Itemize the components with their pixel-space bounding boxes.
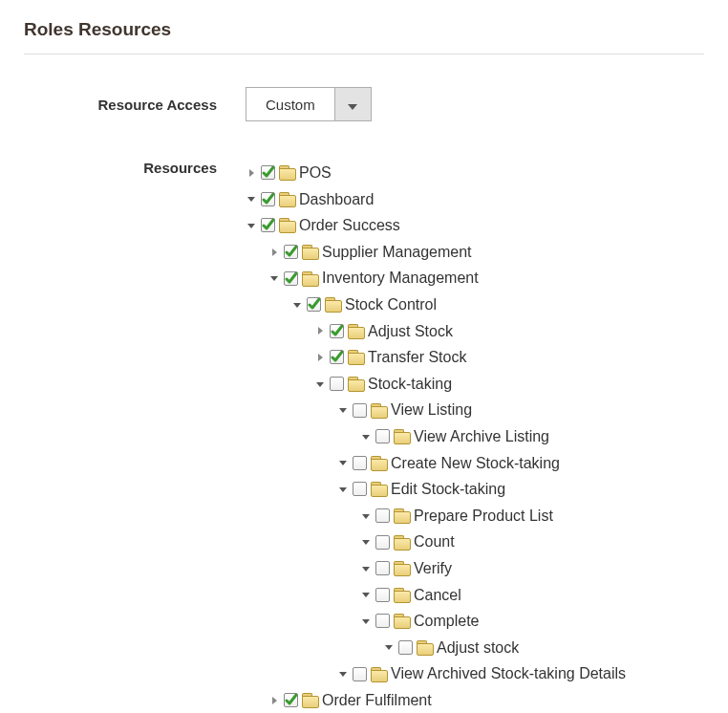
tree-row-cancel: Cancel xyxy=(360,582,626,609)
folder-icon xyxy=(302,245,318,259)
tree-label-stock-control[interactable]: Stock Control xyxy=(345,292,437,317)
checkbox-order-fulfilment[interactable] xyxy=(284,693,298,707)
tree-label-order-fulfilment[interactable]: Order Fulfilment xyxy=(322,688,432,713)
collapse-icon[interactable] xyxy=(360,431,372,443)
resource-access-select[interactable]: Custom xyxy=(246,87,372,121)
checkbox-stock-taking[interactable] xyxy=(330,377,344,391)
folder-icon xyxy=(417,640,433,655)
collapse-icon[interactable] xyxy=(314,378,326,390)
tree-node-dashboard: Dashboard xyxy=(246,186,626,213)
collapse-icon[interactable] xyxy=(246,193,257,205)
collapse-icon[interactable] xyxy=(360,616,372,627)
collapse-icon[interactable] xyxy=(268,272,280,284)
folder-icon xyxy=(325,297,341,312)
tree-label-cancel[interactable]: Cancel xyxy=(414,583,461,608)
tree-label-adjust-stock[interactable]: Adjust Stock xyxy=(368,319,453,344)
checkbox-cancel[interactable] xyxy=(375,588,390,602)
checkbox-supplier-mgmt[interactable] xyxy=(284,245,298,259)
tree-label-pos[interactable]: POS xyxy=(299,161,332,185)
collapse-icon[interactable] xyxy=(360,563,372,574)
resource-access-dropdown-btn[interactable] xyxy=(334,88,371,120)
checkbox-adjust-stock-2[interactable] xyxy=(398,640,413,655)
tree-node-supplier-mgmt: Supplier Management xyxy=(268,239,626,266)
checkbox-view-archived-details[interactable] xyxy=(353,667,367,681)
tree-label-complete[interactable]: Complete xyxy=(414,609,479,634)
tree-node-order-success: Order SuccessSupplier ManagementInventor… xyxy=(246,212,626,713)
tree-node-view-archived-details: View Archived Stock-taking Details xyxy=(337,660,626,687)
tree-label-prepare-product-list[interactable]: Prepare Product List xyxy=(414,504,553,529)
checkbox-count[interactable] xyxy=(375,535,390,550)
tree-node-inventory-mgmt: Inventory ManagementStock ControlAdjust … xyxy=(268,265,626,687)
checkbox-adjust-stock[interactable] xyxy=(330,324,344,338)
tree-row-edit-stocktaking: Edit Stock-taking xyxy=(337,476,626,503)
collapse-icon[interactable] xyxy=(246,220,257,231)
folder-icon xyxy=(371,482,387,496)
tree-node-order-fulfilment: Order Fulfilment xyxy=(268,687,626,713)
tree-label-edit-stocktaking[interactable]: Edit Stock-taking xyxy=(391,477,505,502)
tree-row-transfer-stock: Transfer Stock xyxy=(314,344,626,371)
expand-icon[interactable] xyxy=(268,695,280,706)
checkbox-complete[interactable] xyxy=(375,614,390,628)
expand-icon[interactable] xyxy=(268,247,280,258)
folder-icon xyxy=(302,693,318,707)
collapse-icon[interactable] xyxy=(337,404,349,416)
folder-icon xyxy=(348,324,364,338)
tree-label-view-archived-details[interactable]: View Archived Stock-taking Details xyxy=(391,661,626,686)
tree-row-prepare-product-list: Prepare Product List xyxy=(360,503,626,529)
tree-row-view-archived-details: View Archived Stock-taking Details xyxy=(337,660,626,687)
collapse-icon[interactable] xyxy=(337,484,349,495)
tree-label-view-listing[interactable]: View Listing xyxy=(391,398,472,422)
tree-node-stock-control: Stock ControlAdjust StockTransfer StockS… xyxy=(291,292,626,687)
checkbox-inventory-mgmt[interactable] xyxy=(284,271,298,286)
checkbox-stock-control[interactable] xyxy=(307,297,321,312)
collapse-icon[interactable] xyxy=(360,589,372,600)
tree-label-adjust-stock-2[interactable]: Adjust stock xyxy=(437,636,519,660)
tree-row-view-archive-listing: View Archive Listing xyxy=(360,423,626,450)
tree-node-count: Count xyxy=(360,529,626,555)
tree-label-inventory-mgmt[interactable]: Inventory Management xyxy=(322,266,479,291)
tree-row-create-new-stocktaking: Create New Stock-taking xyxy=(337,450,626,477)
collapse-icon[interactable] xyxy=(337,668,349,680)
tree-label-verify[interactable]: Verify xyxy=(414,556,452,581)
collapse-icon[interactable] xyxy=(360,510,372,522)
checkbox-prepare-product-list[interactable] xyxy=(375,508,390,523)
collapse-icon[interactable] xyxy=(337,457,349,468)
tree-node-verify: Verify xyxy=(360,555,626,582)
checkbox-verify[interactable] xyxy=(375,561,390,575)
folder-icon xyxy=(279,218,295,232)
tree-label-order-success[interactable]: Order Success xyxy=(299,213,400,238)
tree-row-stock-control: Stock Control xyxy=(291,292,626,318)
expand-icon[interactable] xyxy=(314,352,326,363)
tree-label-supplier-mgmt[interactable]: Supplier Management xyxy=(322,240,472,265)
tree-row-order-success: Order Success xyxy=(246,212,626,239)
checkbox-transfer-stock[interactable] xyxy=(330,350,344,364)
collapse-icon[interactable] xyxy=(383,641,395,653)
folder-icon xyxy=(394,561,410,575)
tree-label-dashboard[interactable]: Dashboard xyxy=(299,187,374,212)
tree-row-dashboard: Dashboard xyxy=(246,186,626,213)
tree-label-transfer-stock[interactable]: Transfer Stock xyxy=(368,345,466,370)
expand-icon[interactable] xyxy=(246,167,257,179)
collapse-icon[interactable] xyxy=(291,299,303,311)
folder-icon xyxy=(394,614,410,628)
checkbox-dashboard[interactable] xyxy=(261,192,275,206)
tree-row-complete: Complete xyxy=(360,608,626,635)
checkbox-edit-stocktaking[interactable] xyxy=(353,482,367,496)
tree-label-view-archive-listing[interactable]: View Archive Listing xyxy=(414,424,549,449)
checkbox-view-listing[interactable] xyxy=(353,403,367,418)
tree-node-view-archive-listing: View Archive Listing xyxy=(360,423,626,450)
checkbox-order-success[interactable] xyxy=(261,218,275,232)
tree-label-create-new-stocktaking[interactable]: Create New Stock-taking xyxy=(391,451,560,476)
expand-icon[interactable] xyxy=(314,325,326,336)
tree-node-prepare-product-list: Prepare Product List xyxy=(360,503,626,529)
tree-label-stock-taking[interactable]: Stock-taking xyxy=(368,372,452,397)
checkbox-view-archive-listing[interactable] xyxy=(375,429,390,443)
collapse-icon[interactable] xyxy=(360,536,372,548)
tree-label-count[interactable]: Count xyxy=(414,529,455,554)
tree-row-view-listing: View Listing xyxy=(337,397,626,423)
tree-node-complete: CompleteAdjust stock xyxy=(360,608,626,660)
checkbox-pos[interactable] xyxy=(261,165,275,180)
tree-row-inventory-mgmt: Inventory Management xyxy=(268,265,626,292)
folder-icon xyxy=(394,429,410,443)
checkbox-create-new-stocktaking[interactable] xyxy=(353,456,367,470)
